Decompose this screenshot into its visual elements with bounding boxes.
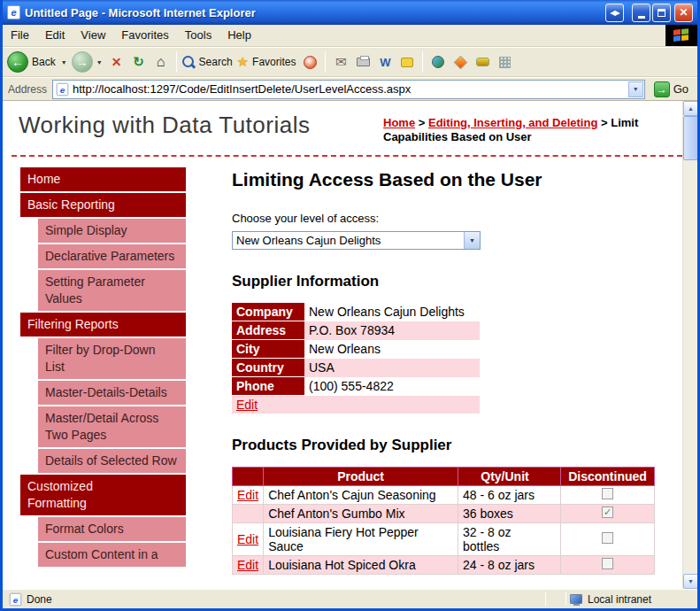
go-label: Go xyxy=(673,82,688,96)
qty-cell: 36 boxes xyxy=(458,505,561,523)
addon-button-1[interactable] xyxy=(428,52,448,72)
scroll-up-icon[interactable]: ▲ xyxy=(683,101,697,116)
breadcrumb-section-link[interactable]: Editing, Inserting, and Deleting xyxy=(428,116,597,129)
addon-diamond-icon xyxy=(454,55,468,69)
close-button[interactable]: ✕ xyxy=(674,4,693,22)
sidebar-item-master-detail-across-two-pages[interactable]: Master/Detail Across Two Pages xyxy=(38,406,186,447)
discontinued-checkbox xyxy=(602,532,613,544)
maximize-button[interactable] xyxy=(652,4,671,22)
supplier-row-value: (100) 555-4822 xyxy=(304,377,480,396)
supplier-edit-link[interactable]: Edit xyxy=(236,398,258,412)
table-row: Edit Louisiana Fiery Hot Pepper Sauce 32… xyxy=(233,523,655,556)
vertical-scrollbar[interactable]: ▲ ▼ xyxy=(682,101,697,589)
menu-favorites[interactable]: Favorites xyxy=(113,25,176,46)
addon-globe-icon xyxy=(432,56,444,68)
product-cell: Chef Anton's Gumbo Mix xyxy=(264,505,458,523)
sidebar-item-declarative-parameters[interactable]: Declarative Parameters xyxy=(38,244,186,268)
column-header-edit xyxy=(233,468,264,486)
discuss-button[interactable] xyxy=(397,52,417,72)
access-level-label: Choose your level of access: xyxy=(232,212,655,225)
table-row: City New Orleans xyxy=(232,340,480,359)
favorites-button[interactable]: ★ Favorites xyxy=(237,54,298,70)
sidebar-item-custom-content[interactable]: Custom Content in a xyxy=(38,543,186,567)
addon-button-3[interactable] xyxy=(473,52,492,72)
sidebar-item-details-of-selected-row[interactable]: Details of Selected Row xyxy=(38,449,186,473)
minimize-button[interactable] xyxy=(632,4,650,22)
sidebar-item-setting-parameter-values[interactable]: Setting Parameter Values xyxy=(38,270,186,311)
addon-button-4[interactable] xyxy=(495,52,514,72)
column-header-product: Product xyxy=(264,468,458,486)
back-button[interactable]: ← Back ▼ xyxy=(7,51,69,73)
access-level-selected-value: New Orleans Cajun Delights xyxy=(233,234,464,247)
menu-tools[interactable]: Tools xyxy=(177,25,219,46)
media-button[interactable] xyxy=(300,52,319,72)
sidebar-item-master-details-details[interactable]: Master-Details-Details xyxy=(38,381,186,405)
edit-link[interactable]: Edit xyxy=(237,488,258,502)
sidebar-item-basic-reporting[interactable]: Basic Reporting xyxy=(20,193,186,217)
address-dropdown-button[interactable]: ▼ xyxy=(628,81,643,97)
qty-cell: 24 - 8 oz jars xyxy=(458,556,561,575)
breadcrumb-home-link[interactable]: Home xyxy=(383,116,415,129)
scroll-down-icon[interactable]: ▼ xyxy=(683,574,697,589)
forward-button[interactable]: → ▼ xyxy=(72,51,104,73)
page-icon: e xyxy=(57,82,69,95)
menu-view[interactable]: View xyxy=(73,25,113,46)
supplier-row-label: Address xyxy=(232,321,304,340)
stop-icon[interactable]: ✕ xyxy=(107,52,127,72)
back-dropdown-icon[interactable]: ▼ xyxy=(59,59,69,66)
page-title: Limiting Access Based on the User xyxy=(232,169,655,190)
menu-file[interactable]: File xyxy=(3,25,37,46)
qty-cell: 48 - 6 oz jars xyxy=(458,486,561,505)
home-icon[interactable]: ⌂ xyxy=(151,52,171,72)
addon-button-2[interactable] xyxy=(450,52,470,72)
search-button[interactable]: Search xyxy=(182,56,235,69)
table-row: Country USA xyxy=(232,359,480,377)
supplier-row-value: USA xyxy=(304,359,480,377)
scrollbar-thumb[interactable] xyxy=(683,116,697,160)
main-content: Limiting Access Based on the User Choose… xyxy=(232,167,655,575)
windows-logo-throbber xyxy=(665,25,697,46)
table-row: Company New Orleans Cajun Delights xyxy=(232,303,480,321)
menu-help[interactable]: Help xyxy=(219,25,259,46)
windows-flag-icon xyxy=(673,28,689,43)
address-url-text: http://localhost:1297/Code/EditInsertDel… xyxy=(73,82,625,96)
supplier-row-value: P.O. Box 78934 xyxy=(304,321,480,340)
edit-link[interactable]: Edit xyxy=(237,532,258,546)
breadcrumb-separator: > xyxy=(601,116,608,129)
sidebar-item-filtering-reports[interactable]: Filtering Reports xyxy=(20,313,186,336)
go-button[interactable]: → Go xyxy=(650,81,692,98)
refresh-icon[interactable]: ↻ xyxy=(129,52,149,72)
addon-binoculars-icon xyxy=(476,58,489,66)
product-cell: Chef Anton's Cajun Seasoning xyxy=(264,486,458,505)
title-extra-button[interactable]: ◀▶ xyxy=(605,4,624,22)
page-content: Working with Data Tutorials Home > Editi… xyxy=(3,101,682,589)
edit-link[interactable]: Edit xyxy=(237,558,258,572)
table-row: Edit Chef Anton's Cajun Seasoning 48 - 6… xyxy=(233,486,655,505)
toolbar-separator xyxy=(325,51,326,73)
column-header-qty: Qty/Unit xyxy=(458,468,561,486)
menu-edit[interactable]: Edit xyxy=(37,25,73,46)
status-bar: e Done Local intranet xyxy=(3,589,697,608)
print-button[interactable] xyxy=(353,52,373,72)
supplier-table: Company New Orleans Cajun Delights Addre… xyxy=(232,303,480,414)
discontinued-checkbox xyxy=(602,507,613,518)
sidebar-item-simple-display[interactable]: Simple Display xyxy=(38,219,186,243)
body-row: Home Basic Reporting Simple Display Decl… xyxy=(12,157,682,575)
mail-icon[interactable]: ✉ xyxy=(331,52,350,72)
forward-dropdown-icon[interactable]: ▼ xyxy=(95,59,104,66)
chevron-down-icon[interactable]: ▼ xyxy=(464,232,480,249)
window-controls: ◀▶ ✕ xyxy=(605,4,693,22)
sidebar-item-format-colors[interactable]: Format Colors xyxy=(38,517,186,541)
sidebar-item-home[interactable]: Home xyxy=(20,167,186,191)
product-cell: Louisiana Fiery Hot Pepper Sauce xyxy=(264,523,458,556)
status-text: Done xyxy=(27,593,52,606)
sidebar-item-customized-formatting[interactable]: Customized Formatting xyxy=(20,475,186,515)
table-row: Phone (100) 555-4822 xyxy=(232,377,480,396)
status-pane: e Done xyxy=(5,592,545,607)
access-level-dropdown[interactable]: New Orleans Cajun Delights ▼ xyxy=(232,231,481,250)
address-input[interactable]: e http://localhost:1297/Code/EditInsertD… xyxy=(52,80,645,99)
edit-with-word-icon[interactable]: W xyxy=(375,52,395,72)
sidebar-item-filter-by-drop-down-list[interactable]: Filter by Drop-Down List xyxy=(38,338,186,379)
menu-bar: File Edit View Favorites Tools Help xyxy=(3,25,697,47)
address-bar: Address e http://localhost:1297/Code/Edi… xyxy=(3,77,697,100)
